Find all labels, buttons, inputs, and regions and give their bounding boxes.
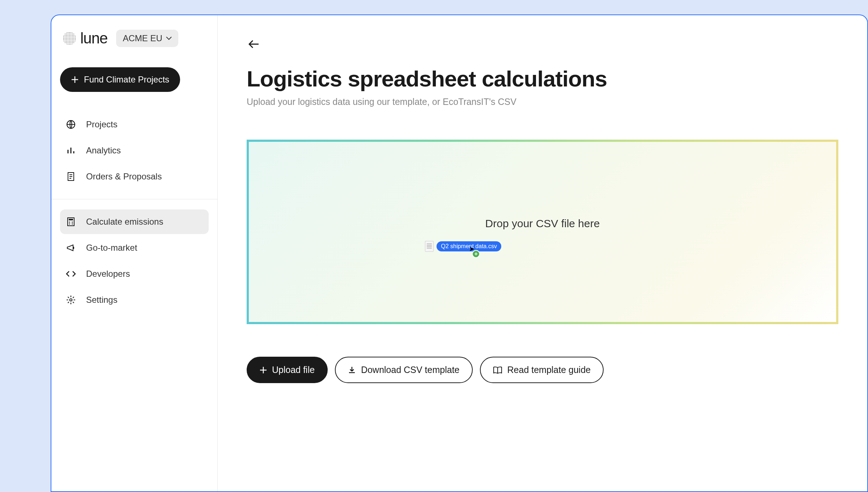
nav-label: Go-to-market xyxy=(86,243,137,253)
button-label: Read template guide xyxy=(507,365,591,375)
arrow-left-icon xyxy=(248,40,259,48)
button-label: Upload file xyxy=(272,365,315,375)
cursor-arrow-icon: ➤ xyxy=(469,245,475,253)
brand-logo[interactable]: lune xyxy=(63,30,107,47)
plus-icon xyxy=(71,76,79,84)
download-template-button[interactable]: Download CSV template xyxy=(335,357,472,383)
nav-orders[interactable]: Orders & Proposals xyxy=(60,164,209,189)
fund-climate-button[interactable]: Fund Climate Projects xyxy=(60,67,180,92)
plus-icon xyxy=(260,366,267,374)
logo-icon xyxy=(63,32,76,45)
svg-point-6 xyxy=(69,224,70,225)
nav-calculate-emissions[interactable]: Calculate emissions xyxy=(60,209,209,234)
nav-label: Developers xyxy=(86,269,130,279)
nav-secondary: Calculate emissions Go-to-market Develop… xyxy=(60,209,209,312)
brand-name: lune xyxy=(80,30,107,47)
nav-label: Settings xyxy=(86,295,118,305)
nav-divider xyxy=(51,199,217,199)
chevron-down-icon xyxy=(166,37,172,40)
megaphone-icon xyxy=(66,243,76,253)
drag-cursor: ➤ + xyxy=(472,250,480,258)
gear-icon xyxy=(66,295,76,305)
svg-point-8 xyxy=(70,299,72,301)
app-window: lune ACME EU Fund Climate Projects Proje… xyxy=(51,14,868,492)
download-icon xyxy=(348,366,356,374)
bar-chart-icon xyxy=(66,145,76,156)
nav-go-to-market[interactable]: Go-to-market xyxy=(60,236,209,260)
action-bar: Upload file Download CSV template Read t… xyxy=(247,357,838,383)
nav-label: Analytics xyxy=(86,145,121,156)
main-content: Logistics spreadsheet calculations Uploa… xyxy=(218,15,867,491)
nav-label: Projects xyxy=(86,119,118,130)
svg-rect-3 xyxy=(69,219,73,220)
code-icon xyxy=(66,269,76,279)
upload-file-button[interactable]: Upload file xyxy=(247,357,328,383)
back-button[interactable] xyxy=(247,37,261,51)
sidebar-header: lune ACME EU xyxy=(60,30,209,47)
file-icon xyxy=(425,241,434,252)
svg-point-7 xyxy=(72,224,73,225)
calculator-icon xyxy=(66,217,76,227)
nav-analytics[interactable]: Analytics xyxy=(60,138,209,163)
dropzone-prompt: Drop your CSV file here xyxy=(485,217,600,230)
dragged-file-chip: Q2 shipment data.csv xyxy=(425,241,501,252)
svg-point-4 xyxy=(69,222,70,223)
csv-dropzone[interactable]: Drop your CSV file here Q2 shipment data… xyxy=(247,140,838,324)
page-title: Logistics spreadsheet calculations xyxy=(247,66,838,92)
nav-settings[interactable]: Settings xyxy=(60,288,209,312)
svg-point-5 xyxy=(72,222,73,223)
nav-primary: Projects Analytics Orders & Proposals xyxy=(60,112,209,189)
button-label: Download CSV template xyxy=(361,365,459,375)
nav-projects[interactable]: Projects xyxy=(60,112,209,137)
page-subtitle: Upload your logistics data using our tem… xyxy=(247,97,838,107)
org-label: ACME EU xyxy=(123,33,162,43)
sidebar: lune ACME EU Fund Climate Projects Proje… xyxy=(51,15,218,491)
nav-label: Calculate emissions xyxy=(86,217,163,227)
globe-icon xyxy=(66,119,76,130)
org-selector[interactable]: ACME EU xyxy=(116,30,178,47)
book-icon xyxy=(493,366,502,374)
nav-label: Orders & Proposals xyxy=(86,171,162,182)
fund-label: Fund Climate Projects xyxy=(84,75,169,85)
receipt-icon xyxy=(66,171,76,182)
read-guide-button[interactable]: Read template guide xyxy=(480,357,604,383)
nav-developers[interactable]: Developers xyxy=(60,262,209,286)
